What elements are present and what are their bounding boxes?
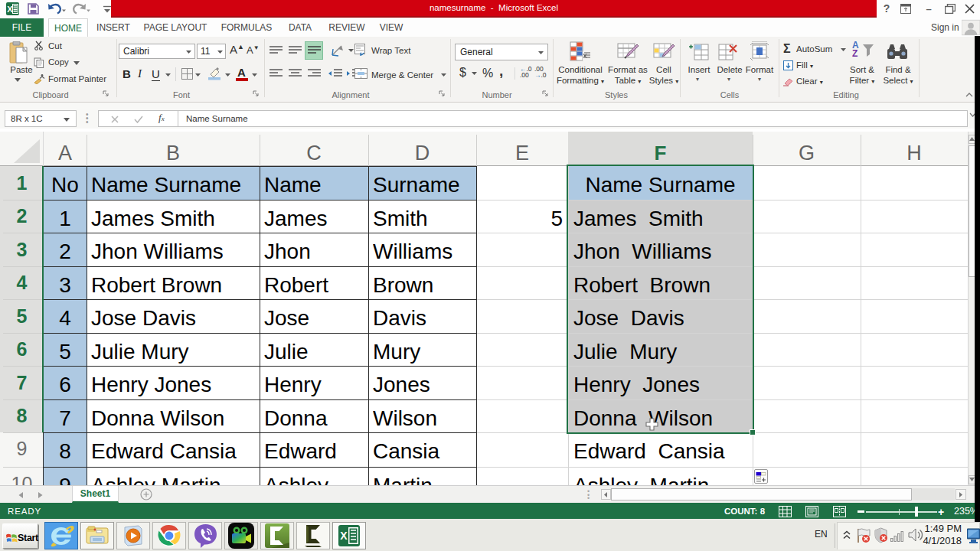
- svg-text:X: X: [7, 5, 13, 14]
- svg-text:X: X: [340, 530, 348, 542]
